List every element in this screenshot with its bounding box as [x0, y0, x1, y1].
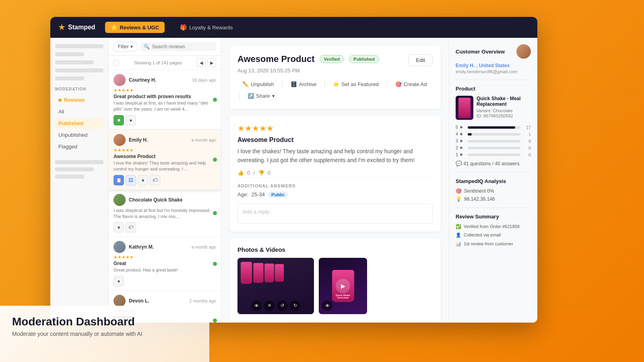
create-ad-label: Create Ad	[404, 81, 427, 87]
review-time: 16 days ago	[192, 78, 216, 82]
thumbs-up-button[interactable]: 👍	[237, 170, 244, 176]
photos-videos-card: Photos & Videos 👁 ✕ ↺	[229, 238, 441, 322]
stamped-iq-section: StampedIQ Analysis 🎯 Sentiment 0% 💡 98.1…	[456, 178, 531, 202]
review-body-title: Awesome Product	[237, 136, 433, 144]
archive-icon: 🗄️	[291, 81, 297, 87]
photo-thumbnail-1[interactable]: 👁 ✕ ↺ ↻	[237, 258, 314, 314]
select-all-checkbox[interactable]	[114, 60, 119, 66]
review-item[interactable]: Courtney H. 16 days ago ★★★★★ Great prod…	[109, 70, 221, 130]
review-body-text: I love the shakes! They taste amazing an…	[237, 147, 433, 165]
photos-grid: 👁 ✕ ↺ ↻ Quick Shake chocolate	[237, 258, 433, 314]
email-collected-text: Collected via email	[464, 232, 501, 238]
review-item[interactable]: Kathryn M. a month ago ★★★★★ Great Great…	[109, 237, 221, 290]
verified-order-icon: ✅	[456, 224, 461, 230]
star-count-3: 0	[523, 139, 531, 144]
right-panel: Customer Overview Emily H. , United Stat…	[449, 38, 537, 323]
star-count-5: 17	[523, 125, 531, 130]
review-actions: ■ ●	[114, 115, 216, 125]
photo-rotate-right-btn[interactable]: ↻	[290, 300, 300, 311]
search-input-wrap[interactable]: 🔍	[140, 42, 216, 51]
photo-rotate-left-btn[interactable]: ↺	[277, 300, 287, 311]
sidebar-item-reviews[interactable]: Reviews	[55, 95, 103, 105]
sentiment-icon: 🎯	[456, 188, 462, 194]
review-item-highlighted[interactable]: Emily H. a month ago ★★★★★ Awesome Produ…	[109, 130, 221, 190]
reviews-tab-label: Reviews & UGC	[120, 25, 159, 31]
edit-button[interactable]: Edit	[409, 54, 433, 66]
avatar	[114, 74, 126, 86]
review-header: Awesome Product Verified Published	[237, 54, 379, 64]
ip-value: 98.142.36.146	[464, 196, 495, 202]
create-ad-button[interactable]: 🎯 Create Ad	[390, 79, 432, 89]
sidebar-ph-8	[55, 175, 84, 179]
star-ratings: 5 ★ 17 4 ★ 1 3 ★	[456, 125, 531, 157]
action-publish-btn[interactable]: 📋	[114, 175, 124, 185]
filter-button[interactable]: Filter ▾	[114, 42, 137, 51]
reviewer-info: Devon L.	[129, 298, 186, 304]
play-button-icon[interactable]: ▶	[336, 279, 350, 293]
action-icon-btn-1[interactable]: ■	[114, 115, 124, 125]
pagination-buttons: ◀ ▶	[197, 58, 216, 67]
review-date: Aug 13, 2020 10:55:25 PM	[237, 68, 433, 74]
reviews-dot-icon	[58, 99, 62, 102]
customer-name[interactable]: Emily H. , United States	[456, 63, 531, 68]
sidebar-item-flagged[interactable]: Flagged	[55, 141, 103, 152]
sidebar-item-unpublished[interactable]: Unpublished	[55, 130, 103, 140]
action-circle-btn[interactable]: ●	[138, 175, 148, 185]
review-item[interactable]: Chocolate Quick Shake I was skeptical at…	[109, 190, 221, 237]
thumbs-down-button[interactable]: 👎	[258, 170, 264, 176]
unpublish-button[interactable]: ✏️ Unpublish	[237, 79, 279, 89]
star-row-3: 3 ★ 0	[456, 138, 531, 144]
action-icon-btn[interactable]: ●	[114, 276, 124, 286]
video-eye-btn[interactable]: 👁	[322, 300, 332, 311]
search-input[interactable]	[152, 44, 213, 49]
review-text: I was skeptical at first but I'm honestl…	[114, 208, 216, 220]
additional-answers-section: ADDITIONAL ANSWERS Age: 25-34 Public	[237, 177, 433, 198]
top-nav: ★ Stamped ⭐ Reviews & UGC 🎁 Loyalty & Re…	[50, 17, 537, 38]
review-time: a month ago	[192, 138, 216, 142]
star-label-5: 5 ★	[456, 125, 465, 130]
reply-input[interactable]: Add a reply...	[237, 204, 433, 224]
sidebar-item-all[interactable]: All	[55, 106, 103, 117]
create-ad-icon: 🎯	[395, 81, 402, 87]
chat-icon: 💬	[456, 160, 462, 167]
star-label-3: 3 ★	[456, 138, 465, 144]
prev-page-button[interactable]: ◀	[197, 58, 206, 67]
photo-delete-btn[interactable]: ✕	[264, 300, 275, 311]
archive-button[interactable]: 🗄️ Archive	[286, 79, 321, 89]
set-featured-button[interactable]: ⭐ Set as Featured	[328, 79, 384, 89]
review-title: Great	[114, 261, 216, 266]
sidebar-ph-7	[55, 167, 94, 171]
toolbar-divider	[324, 80, 325, 88]
logo-text: Stamped	[68, 24, 95, 31]
review-list-header: Filter ▾ 🔍	[109, 38, 221, 56]
action-image-btn[interactable]: 🖼	[126, 175, 136, 185]
next-page-button[interactable]: ▶	[207, 58, 216, 67]
pagination-row: Showing 1 of 141 pages ◀ ▶	[109, 56, 221, 70]
star-bar-bg	[468, 147, 520, 149]
sidebar-reviews-label: Reviews	[64, 97, 85, 103]
action-icon-btn[interactable]: ●	[114, 222, 124, 232]
logo-star-icon: ★	[58, 23, 65, 32]
sidebar-item-published[interactable]: Published	[55, 118, 103, 129]
photo-eye-btn[interactable]: 👁	[251, 300, 262, 311]
ip-row: 💡 98.142.36.146	[456, 196, 531, 202]
bottom-overlay: Moderation Dashboard Moderate your conte…	[0, 306, 209, 362]
published-badge: Published	[349, 55, 379, 63]
green-status-dot	[213, 98, 217, 102]
section-divider	[456, 208, 531, 208]
action-icon-btn[interactable]: 🏷	[126, 222, 136, 232]
action-icon-btn-2[interactable]: ●	[126, 115, 136, 125]
tab-reviews-ugc[interactable]: ⭐ Reviews & UGC	[105, 22, 165, 33]
left-sidebar: MODERATION Reviews All Published Unpubli…	[50, 38, 109, 323]
review-time: a month ago	[192, 245, 216, 249]
reviewer-name: Chocolate Quick Shake	[129, 197, 216, 203]
product-thumbnail	[456, 96, 473, 120]
action-tag-btn[interactable]: 🏷	[150, 175, 160, 185]
first-review-icon: 📊	[456, 241, 461, 247]
additional-answers-label: ADDITIONAL ANSWERS	[237, 183, 433, 188]
video-thumbnail[interactable]: Quick Shake chocolate ▶ 👁	[319, 258, 367, 314]
share-button[interactable]: ↗️ Share ▾	[243, 91, 280, 101]
featured-star-icon: ⭐	[333, 81, 339, 87]
main-content: Awesome Product Verified Published Edit …	[221, 38, 449, 323]
tab-loyalty-rewards[interactable]: 🎁 Loyalty & Rewards	[174, 22, 238, 33]
